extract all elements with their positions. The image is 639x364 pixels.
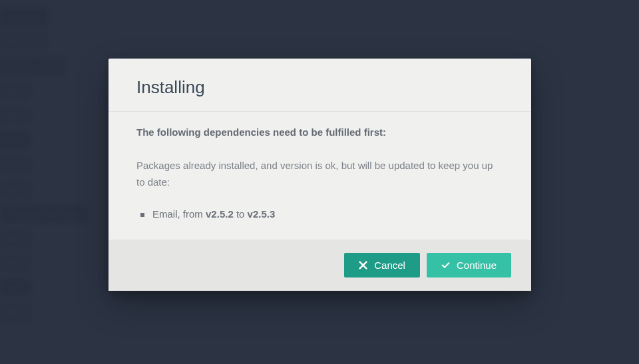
modal-header: Installing — [108, 59, 531, 112]
continue-button-label: Continue — [457, 260, 497, 271]
package-to-version: v2.5.3 — [248, 208, 276, 220]
package-from-version: v2.5.2 — [206, 208, 234, 220]
modal-title: Installing — [136, 77, 503, 98]
check-icon — [441, 261, 450, 270]
modal-footer: Cancel Continue — [108, 240, 531, 291]
cancel-button-label: Cancel — [374, 260, 405, 271]
install-modal: Installing The following dependencies ne… — [108, 59, 531, 291]
package-list: Email, from v2.5.2 to v2.5.3 — [136, 208, 503, 220]
modal-body: The following dependencies need to be fu… — [108, 112, 531, 240]
package-item: Email, from v2.5.2 to v2.5.3 — [140, 208, 503, 220]
close-icon — [359, 261, 367, 270]
description-text: Packages already installed, and version … — [136, 158, 503, 191]
continue-button[interactable]: Continue — [427, 253, 511, 277]
package-name: Email — [152, 208, 178, 220]
dependencies-heading: The following dependencies need to be fu… — [136, 126, 503, 138]
cancel-button[interactable]: Cancel — [344, 253, 420, 277]
